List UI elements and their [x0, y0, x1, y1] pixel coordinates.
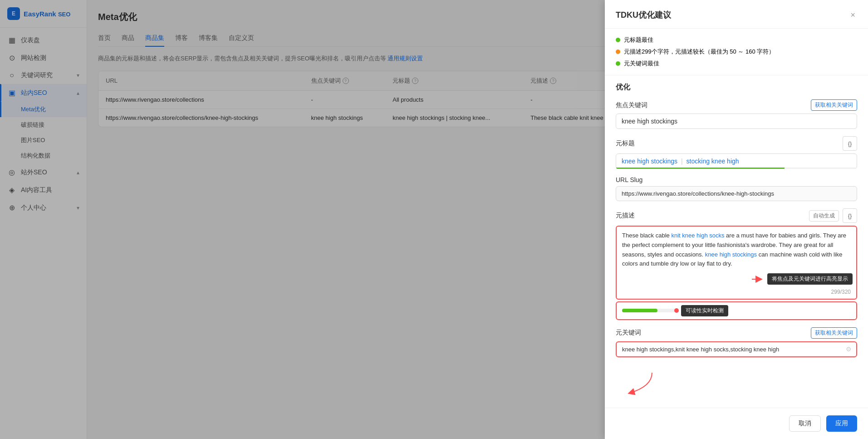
status-row-2: 元关键词最佳	[616, 59, 857, 68]
meta-title-code-button[interactable]: {}	[843, 136, 857, 151]
status-row-1: 元描述299个字符，元描述较长（最佳为 50 ～ 160 字符）	[616, 48, 857, 56]
meta-keyword-input-wrap: ⚙	[616, 341, 857, 357]
meta-keyword-input[interactable]	[616, 341, 857, 357]
meta-title-label-row: 元标题 {}	[616, 136, 857, 151]
meta-desc-char-count: 299/320	[617, 287, 856, 299]
arrow-annotation-svg	[616, 368, 688, 395]
meta-desc-field-wrap: These black cable knit knee high socks a…	[616, 226, 857, 300]
meta-desc-group: 元描述 自动生成 {} These black cable knit knee …	[616, 208, 857, 320]
meta-title-group: 元标题 {} knee high stockings | stocking kn…	[616, 136, 857, 169]
meta-desc-actions: 自动生成 {}	[809, 208, 857, 223]
meta-title-progress-bar	[616, 168, 857, 169]
status-dot-green	[616, 38, 620, 42]
arrow-annotation-wrap	[605, 368, 868, 397]
meta-title-field[interactable]: knee high stockings | stocking knee high	[616, 153, 857, 169]
meta-desc-label: 元描述	[616, 212, 635, 220]
url-slug-label-row: URL Slug	[616, 176, 857, 183]
meta-title-tag1: knee high stockings	[622, 158, 677, 165]
status-text-1: 元描述299个字符，元描述较长（最佳为 50 ～ 160 字符）	[624, 48, 775, 56]
highlight-tooltip: 将焦点及元关键词进行高亮显示	[767, 273, 853, 285]
panel-header: TDKU优化建议 ×	[605, 0, 868, 29]
url-slug-label: URL Slug	[616, 176, 642, 183]
focus-keyword-label-row: 焦点关键词 获取相关关键词	[616, 99, 857, 111]
meta-keyword-label: 元关键词	[616, 329, 641, 337]
status-text-0: 元标题最佳	[624, 36, 653, 44]
settings-icon: ⚙	[846, 345, 852, 353]
close-button[interactable]: ×	[848, 9, 857, 21]
meta-title-tag2: stocking knee high	[687, 158, 739, 165]
panel-status: 元标题最佳 元描述299个字符，元描述较长（最佳为 50 ～ 160 字符） 元…	[605, 29, 868, 75]
meta-title-label: 元标题	[616, 139, 635, 148]
focus-keyword-label: 焦点关键词	[616, 101, 647, 109]
readability-bar	[622, 309, 677, 312]
meta-title-separator: |	[681, 158, 683, 165]
desc-keyword-2: knee high stockings	[705, 251, 757, 258]
desc-keyword-1: knit knee high socks	[671, 232, 724, 239]
auto-gen-button[interactable]: 自动生成	[809, 210, 839, 222]
apply-button[interactable]: 应用	[826, 415, 857, 432]
cancel-button[interactable]: 取消	[789, 415, 821, 432]
meta-desc-content[interactable]: These black cable knit knee high socks a…	[617, 227, 856, 273]
meta-title-progress-fill	[616, 168, 785, 169]
status-row-0: 元标题最佳	[616, 36, 857, 44]
status-text-2: 元关键词最佳	[624, 59, 659, 68]
panel-optimize-section: 优化 焦点关键词 获取相关关键词 元标题 {} knee high stocki…	[605, 75, 868, 372]
readability-dot	[674, 308, 679, 313]
meta-desc-header: 元描述 自动生成 {}	[616, 208, 857, 223]
readability-tooltip: 可读性实时检测	[681, 305, 728, 316]
url-slug-group: URL Slug	[616, 176, 857, 201]
right-panel: TDKU优化建议 × 元标题最佳 元描述299个字符，元描述较长（最佳为 50 …	[605, 0, 868, 439]
desc-plain-1: These black cable	[622, 232, 671, 239]
section-title: 优化	[616, 83, 857, 92]
meta-desc-code-button[interactable]: {}	[843, 208, 857, 223]
focus-keyword-input[interactable]	[616, 113, 857, 129]
status-dot-green-2	[616, 61, 620, 66]
tooltip-arrow-icon	[752, 275, 765, 284]
meta-keyword-label-row: 元关键词 获取相关关键词	[616, 327, 857, 339]
readability-bar-wrap: 可读性实时检测	[616, 301, 857, 320]
readability-bar-fill	[622, 309, 657, 312]
focus-keyword-group: 焦点关键词 获取相关关键词	[616, 99, 857, 129]
meta-keyword-group: 元关键词 获取相关关键词 ⚙	[616, 327, 857, 357]
get-related-meta-keyword-button[interactable]: 获取相关关键词	[811, 327, 857, 339]
url-slug-input[interactable]	[616, 186, 857, 201]
get-related-keyword-button[interactable]: 获取相关关键词	[811, 99, 857, 111]
panel-title: TDKU优化建议	[616, 10, 671, 20]
status-dot-orange	[616, 49, 620, 54]
panel-footer: 取消 应用	[605, 408, 868, 439]
